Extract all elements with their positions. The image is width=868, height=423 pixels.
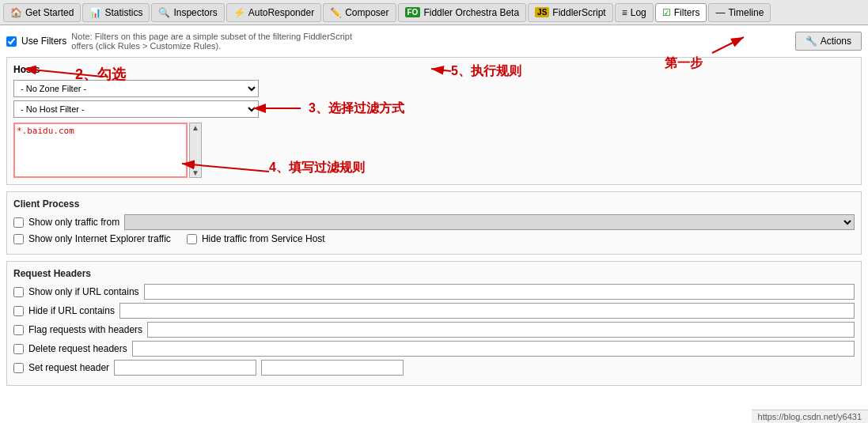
hide-url-input[interactable] (119, 303, 855, 319)
hosts-textarea-container: *.baidu.com ▲ ▼ (13, 123, 855, 178)
timeline-icon: — (715, 7, 725, 18)
host-filter-row: - No Host Filter - Hide the following Ho… (13, 100, 855, 118)
show-url-input[interactable] (144, 284, 855, 300)
show-traffic-label: Show only traffic from (28, 217, 119, 228)
show-ie-checkbox[interactable] (13, 234, 24, 244)
composer-icon: ✏️ (330, 7, 342, 18)
host-filter-select[interactable]: - No Host Filter - Hide the following Ho… (13, 100, 259, 118)
tab-statistics[interactable]: 📊 Statistics (82, 3, 150, 22)
set-request-label: Set request header (28, 362, 109, 373)
tab-fiddler-orchestra[interactable]: FO Fiddler Orchestra Beta (398, 3, 527, 22)
zone-filter-row: - No Zone Filter - Show only Intranet Ho… (13, 80, 855, 97)
filters-panel: Use Filters Note: Filters on this page a… (0, 25, 868, 423)
hide-url-checkbox[interactable] (13, 306, 24, 316)
url-text: https://blog.csdn.net/y6431 (758, 412, 862, 421)
show-url-checkbox[interactable] (13, 287, 24, 297)
hosts-section: Hosts - No Zone Filter - Show only Intra… (6, 57, 862, 185)
hosts-title: Hosts (13, 64, 855, 75)
use-filters-row: Use Filters Note: Filters on this page a… (6, 32, 862, 51)
request-headers-section: Request Headers Show only if URL contain… (6, 261, 862, 386)
use-filters-left: Use Filters Note: Filters on this page a… (6, 32, 372, 51)
main-content: Use Filters Note: Filters on this page a… (0, 25, 868, 423)
hide-url-row: Hide if URL contains (13, 303, 855, 319)
hosts-input[interactable]: *.baidu.com (13, 123, 188, 178)
client-process-section: Client Process Show only traffic from Sh… (6, 191, 862, 255)
tab-composer[interactable]: ✏️ Composer (323, 3, 396, 22)
scroll-indicator: ▲ ▼ (189, 123, 202, 178)
inspectors-icon: 🔍 (158, 7, 170, 18)
tab-fiddlerscript[interactable]: JS FiddlerScript (528, 3, 613, 22)
log-icon: ≡ (622, 7, 627, 18)
delete-request-checkbox[interactable] (13, 344, 24, 354)
flag-requests-input[interactable] (147, 322, 855, 338)
request-headers-title: Request Headers (13, 268, 855, 279)
process-dropdown[interactable] (124, 214, 855, 230)
client-process-title: Client Process (13, 198, 855, 210)
flag-requests-checkbox[interactable] (13, 325, 24, 335)
ie-service-row: Show only Internet Explorer traffic Hide… (13, 233, 855, 247)
show-url-row: Show only if URL contains (13, 284, 855, 300)
tab-inspectors[interactable]: 🔍 Inspectors (151, 3, 224, 22)
fo-icon: FO (405, 7, 421, 17)
tab-timeline[interactable]: — Timeline (708, 3, 771, 22)
hide-service-label: Hide traffic from Service Host (202, 233, 325, 244)
tab-get-started[interactable]: 🏠 Get Started (3, 3, 81, 22)
hide-service-row: Hide traffic from Service Host (187, 233, 325, 244)
toolbar: 🏠 Get Started 📊 Statistics 🔍 Inspectors … (0, 0, 868, 25)
delete-request-input[interactable] (132, 341, 855, 357)
show-url-label: Show only if URL contains (28, 286, 139, 297)
filters-icon: ☑ (662, 7, 671, 18)
use-filters-label: Use Filters (21, 36, 66, 47)
use-filters-checkbox[interactable] (6, 36, 17, 47)
flag-requests-row: Flag requests with headers (13, 322, 855, 338)
tab-log[interactable]: ≡ Log (615, 3, 654, 22)
js-icon: JS (535, 7, 549, 17)
delete-request-row: Delete request headers (13, 341, 855, 357)
set-request-row: Set request header (13, 360, 855, 376)
tab-autoresponder[interactable]: ⚡ AutoResponder (226, 3, 321, 22)
show-ie-label: Show only Internet Explorer traffic (28, 233, 171, 244)
hide-url-label: Hide if URL contains (28, 305, 115, 316)
scroll-up-arrow[interactable]: ▲ (190, 123, 201, 132)
delete-request-label: Delete request headers (28, 343, 127, 354)
actions-icon: 🔧 (805, 36, 817, 47)
show-ie-row: Show only Internet Explorer traffic (13, 233, 171, 244)
hide-service-checkbox[interactable] (187, 234, 197, 244)
statistics-icon: 📊 (89, 7, 101, 18)
set-request-checkbox[interactable] (13, 363, 24, 373)
url-bar: https://blog.csdn.net/y6431 (752, 410, 868, 423)
flag-requests-label: Flag requests with headers (28, 324, 142, 335)
scroll-down-arrow[interactable]: ▼ (190, 168, 201, 177)
set-request-name-input[interactable] (114, 360, 256, 376)
show-traffic-row: Show only traffic from (13, 214, 855, 230)
set-request-val-input[interactable] (261, 360, 404, 376)
get-started-icon: 🏠 (10, 7, 22, 18)
autoresponder-icon: ⚡ (233, 7, 245, 18)
zone-filter-select[interactable]: - No Zone Filter - Show only Intranet Ho… (13, 80, 259, 97)
filters-note: Note: Filters on this page are a simple … (71, 32, 372, 51)
tab-filters[interactable]: ☑ Filters (655, 3, 707, 22)
show-traffic-checkbox[interactable] (13, 217, 24, 228)
actions-button[interactable]: 🔧 Actions (795, 32, 862, 51)
